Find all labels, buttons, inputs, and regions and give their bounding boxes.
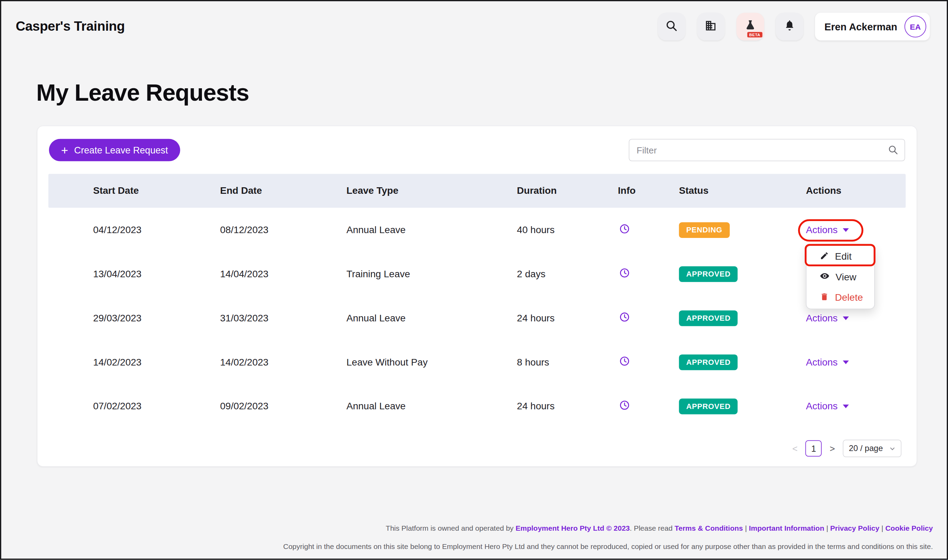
beta-badge: BETA [747, 32, 762, 38]
footer-link-employment-hero[interactable]: Employment Hero Pty Ltd © 2023 [516, 525, 630, 533]
col-info: Info [618, 186, 679, 197]
menu-item-view[interactable]: View [806, 267, 874, 288]
top-bar-right: BETA Eren Ackerman EA [658, 13, 930, 41]
organisation-building-icon [704, 19, 717, 34]
cell-end-date: 31/03/2023 [220, 312, 346, 323]
status-badge: APPROVED [679, 354, 738, 370]
table-row: 04/12/2023 08/12/2023 Annual Leave 40 ho… [48, 208, 906, 252]
clock-info-icon[interactable] [619, 270, 630, 280]
footer-link-terms[interactable]: Terms & Conditions [675, 525, 743, 533]
status-badge: APPROVED [679, 266, 738, 282]
pagination-prev-icon[interactable]: < [792, 443, 797, 454]
footer-link-important-information[interactable]: Important Information [749, 525, 824, 533]
menu-item-view-label: View [835, 272, 856, 283]
search-button[interactable] [658, 13, 686, 41]
screenshot-stage: Casper's Training BETA [0, 0, 948, 560]
beta-features-button[interactable]: BETA [736, 13, 764, 41]
footer-separator: | [879, 525, 885, 533]
table-header-row: Start Date End Date Leave Type Duration … [48, 174, 906, 208]
pagination-next-icon[interactable]: > [829, 443, 835, 454]
search-icon [665, 19, 678, 34]
pencil-icon [820, 251, 829, 262]
page-size-value: 20 / page [849, 444, 883, 453]
app-window: Casper's Training BETA [0, 0, 948, 560]
cell-end-date: 14/04/2023 [220, 268, 346, 279]
footer-link-cookie-policy[interactable]: Cookie Policy [885, 525, 933, 533]
cell-duration: 2 days [517, 268, 618, 279]
cell-leave-type: Leave Without Pay [346, 357, 517, 368]
filter-input[interactable] [628, 139, 905, 162]
actions-label: Actions [806, 357, 838, 368]
bell-icon [783, 19, 795, 34]
app-title: Casper's Training [16, 18, 125, 34]
cell-leave-type: Annual Leave [346, 312, 517, 323]
actions-label: Actions [806, 401, 838, 412]
table-row: 29/03/2023 31/03/2023 Annual Leave 24 ho… [48, 296, 906, 340]
eye-icon [820, 271, 829, 283]
cell-end-date: 14/02/2023 [220, 357, 346, 368]
col-duration: Duration [517, 186, 618, 197]
cell-end-date: 08/12/2023 [220, 225, 346, 235]
menu-item-edit[interactable]: Edit [806, 246, 874, 267]
cell-leave-type: Annual Leave [346, 225, 517, 235]
beta-flask-icon [744, 19, 756, 34]
cell-start-date: 07/02/2023 [93, 401, 220, 412]
row-actions-dropdown-trigger[interactable]: Actions [806, 401, 849, 412]
pagination-page-1[interactable]: 1 [805, 440, 821, 457]
col-status: Status [679, 186, 806, 197]
footer-separator: | [824, 525, 830, 533]
footer-link-privacy-policy[interactable]: Privacy Policy [830, 525, 880, 533]
cell-duration: 24 hours [517, 401, 618, 412]
footer-text: This Platform is owned and operated by [386, 525, 516, 533]
magnifier-icon [888, 145, 899, 155]
actions-dropdown-menu: Edit View Delete [806, 245, 875, 309]
clock-info-icon[interactable] [619, 402, 630, 412]
pagination: < 1 > 20 / page [792, 440, 902, 457]
user-menu[interactable]: Eren Ackerman EA [815, 13, 930, 41]
clock-info-icon[interactable] [619, 314, 630, 324]
cell-duration: 24 hours [517, 312, 618, 323]
table-row: 07/02/2023 09/02/2023 Annual Leave 24 ho… [48, 384, 906, 428]
col-actions: Actions [806, 186, 906, 197]
leave-requests-table: Start Date End Date Leave Type Duration … [48, 174, 906, 428]
row-actions-dropdown-trigger[interactable]: Actions [806, 357, 849, 368]
cell-duration: 8 hours [517, 357, 618, 368]
cell-end-date: 09/02/2023 [220, 401, 346, 412]
clock-info-icon[interactable] [619, 358, 630, 368]
footer-copyright: Copyright in the documents on this site … [283, 542, 933, 551]
row-actions-dropdown-trigger[interactable]: Actions [806, 312, 849, 323]
status-badge: APPROVED [679, 310, 738, 326]
table-row: 13/04/2023 14/04/2023 Training Leave 2 d… [48, 252, 906, 296]
card-toolbar: + Create Leave Request [38, 126, 917, 162]
cell-leave-type: Training Leave [346, 268, 517, 279]
cell-start-date: 13/04/2023 [93, 268, 220, 279]
cell-duration: 40 hours [517, 225, 618, 235]
user-name: Eren Ackerman [824, 21, 897, 32]
footer-separator: | [743, 525, 749, 533]
top-bar: Casper's Training BETA [2, 2, 947, 52]
menu-item-delete[interactable]: Delete [806, 288, 874, 308]
select-chevron-icon [889, 446, 896, 452]
footer: This Platform is owned and operated by E… [283, 525, 933, 552]
col-leave-type: Leave Type [346, 186, 517, 197]
actions-label: Actions [806, 225, 838, 235]
leave-requests-card: + Create Leave Request Start Date End Da… [37, 126, 917, 466]
cell-start-date: 14/02/2023 [93, 357, 220, 368]
create-leave-request-label: Create Leave Request [74, 145, 168, 155]
chevron-down-icon [843, 316, 849, 320]
cell-start-date: 29/03/2023 [93, 312, 220, 323]
table-row: 14/02/2023 14/02/2023 Leave Without Pay … [48, 340, 906, 384]
col-end-date: End Date [220, 186, 346, 197]
notifications-button[interactable] [775, 13, 803, 41]
col-start-date: Start Date [93, 186, 220, 197]
footer-line1: This Platform is owned and operated by E… [283, 525, 933, 534]
organisation-button[interactable] [697, 13, 725, 41]
menu-item-edit-label: Edit [835, 251, 852, 262]
chevron-down-icon [843, 360, 849, 364]
row-actions-dropdown-trigger[interactable]: Actions [806, 225, 849, 235]
page-size-select[interactable]: 20 / page [843, 440, 902, 457]
actions-label: Actions [806, 312, 838, 323]
page-title: My Leave Requests [36, 80, 946, 106]
create-leave-request-button[interactable]: + Create Leave Request [49, 139, 180, 162]
clock-info-icon[interactable] [619, 226, 630, 236]
